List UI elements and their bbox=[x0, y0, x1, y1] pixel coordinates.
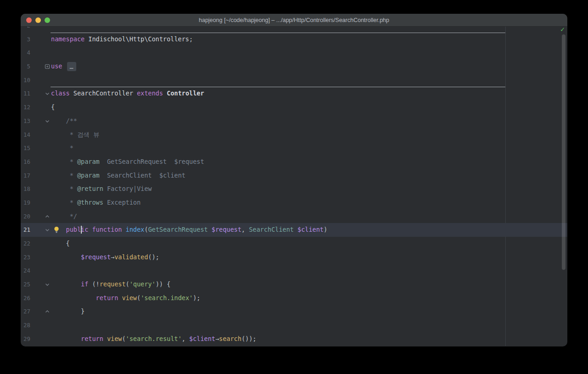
line-number[interactable]: 17 bbox=[21, 169, 30, 183]
code-line[interactable]: 25 if (!request('query')) { bbox=[21, 278, 567, 291]
code-line[interactable]: 10 bbox=[21, 73, 567, 87]
fold-start-icon[interactable] bbox=[45, 91, 50, 96]
code-text: class SearchController extends Controlle… bbox=[51, 87, 204, 100]
code-line[interactable]: 19 * @throws Exception bbox=[21, 196, 567, 210]
code-line[interactable]: 20 */ bbox=[21, 210, 567, 223]
code-line[interactable]: 29 return view('search.result', $client→… bbox=[21, 332, 567, 346]
line-number[interactable]: 16 bbox=[21, 155, 30, 169]
line-number[interactable]: 19 bbox=[21, 196, 30, 210]
code-line[interactable]: 3namespace Indischool\Http\Controllers; bbox=[21, 33, 567, 46]
zoom-window-button[interactable] bbox=[45, 17, 50, 23]
editor[interactable]: 23namespace Indischool\Http\Controllers;… bbox=[21, 27, 567, 346]
code-line[interactable]: 16 * @param GetSearchRequest $request bbox=[21, 155, 567, 169]
code-text: * @return Factory|View bbox=[51, 182, 152, 196]
code-text: /** bbox=[51, 114, 77, 128]
code-text: * 검색 뷰 bbox=[51, 128, 100, 142]
ide-window: hapjeong [~/code/hapjeong] – .../app/Htt… bbox=[21, 14, 567, 346]
fold-end-icon[interactable] bbox=[45, 309, 50, 314]
code-text: public function index(GetSearchRequest $… bbox=[51, 223, 328, 237]
code-line[interactable]: 14 * 검색 뷰 bbox=[21, 128, 567, 142]
code-line[interactable]: 26 return view('search.index'); bbox=[21, 291, 567, 305]
inspections-ok-icon: ✓ bbox=[560, 27, 565, 33]
window-controls bbox=[26, 14, 50, 27]
line-number[interactable]: 22 bbox=[21, 237, 30, 251]
code-text: } bbox=[51, 305, 85, 318]
code-line[interactable]: 2 bbox=[21, 27, 567, 33]
code-line[interactable]: 28 bbox=[21, 318, 567, 332]
code-line[interactable]: 23 $request→validated(); bbox=[21, 251, 567, 264]
minimize-window-button[interactable] bbox=[35, 17, 41, 23]
line-number[interactable]: 12 bbox=[21, 100, 30, 114]
code-text: * @throws Exception bbox=[51, 196, 141, 210]
line-number[interactable]: 18 bbox=[21, 182, 30, 196]
scrollbar-thumb[interactable] bbox=[562, 34, 565, 270]
line-number[interactable]: 13 bbox=[21, 114, 30, 128]
code-text: namespace Indischool\Http\Controllers; bbox=[51, 33, 193, 46]
code-line[interactable]: 22 { bbox=[21, 237, 567, 251]
window-title: hapjeong [~/code/hapjeong] – .../app/Htt… bbox=[21, 17, 567, 23]
code-area[interactable]: 23namespace Indischool\Http\Controllers;… bbox=[21, 27, 567, 346]
code-text: { bbox=[51, 237, 70, 251]
code-text: { bbox=[51, 100, 55, 114]
code-text: if (!request('query')) { bbox=[51, 278, 170, 291]
fold-start-icon[interactable] bbox=[45, 282, 50, 287]
code-text: use … bbox=[51, 60, 76, 73]
line-number[interactable]: 2 bbox=[21, 27, 30, 33]
code-line[interactable]: 5use … bbox=[21, 60, 567, 73]
code-text: * bbox=[51, 141, 74, 155]
line-number[interactable]: 5 bbox=[21, 60, 30, 73]
fold-start-icon[interactable] bbox=[45, 118, 50, 124]
fold-start-icon[interactable] bbox=[45, 227, 50, 233]
code-text: */ bbox=[51, 210, 77, 223]
code-text: return view('search.result', $client→sea… bbox=[51, 332, 256, 346]
line-number[interactable]: 26 bbox=[21, 291, 30, 305]
code-text: * @param SearchClient $client bbox=[51, 169, 186, 183]
code-line[interactable]: 18 * @return Factory|View bbox=[21, 182, 567, 196]
line-number[interactable]: 11 bbox=[21, 87, 30, 100]
line-number[interactable]: 15 bbox=[21, 141, 30, 155]
code-text: return view('search.index'); bbox=[51, 291, 200, 305]
code-text: * @param GetSearchRequest $request bbox=[51, 155, 204, 169]
line-number[interactable]: 28 bbox=[21, 318, 30, 332]
code-text: $request→validated(); bbox=[51, 251, 159, 264]
line-number[interactable]: 29 bbox=[21, 332, 30, 346]
line-number[interactable]: 4 bbox=[21, 46, 30, 60]
code-line[interactable]: 4 bbox=[21, 46, 567, 60]
code-line[interactable]: 17 * @param SearchClient $client bbox=[21, 169, 567, 183]
code-line[interactable]: 13 /** bbox=[21, 114, 567, 128]
line-number[interactable]: 23 bbox=[21, 251, 30, 264]
titlebar[interactable]: hapjeong [~/code/hapjeong] – .../app/Htt… bbox=[21, 14, 567, 27]
line-number[interactable]: 3 bbox=[21, 33, 30, 46]
fold-end-icon[interactable] bbox=[45, 214, 50, 219]
code-line[interactable]: 27 } bbox=[21, 305, 567, 318]
line-number[interactable]: 21 bbox=[21, 223, 30, 237]
line-number[interactable]: 10 bbox=[21, 73, 30, 87]
close-window-button[interactable] bbox=[26, 17, 32, 23]
fold-collapsed-icon[interactable] bbox=[45, 64, 50, 69]
line-number[interactable]: 14 bbox=[21, 128, 30, 142]
code-line[interactable]: 15 * bbox=[21, 141, 567, 155]
code-line[interactable]: 24 bbox=[21, 264, 567, 278]
code-line[interactable]: 11class SearchController extends Control… bbox=[21, 87, 567, 100]
code-line[interactable]: 21 public function index(GetSearchReques… bbox=[21, 223, 567, 237]
line-number[interactable]: 25 bbox=[21, 278, 30, 291]
line-number[interactable]: 27 bbox=[21, 305, 30, 318]
line-number[interactable]: 20 bbox=[21, 210, 30, 223]
code-line[interactable]: 12{ bbox=[21, 100, 567, 114]
text-caret bbox=[81, 226, 82, 234]
line-number[interactable]: 24 bbox=[21, 264, 30, 278]
folded-region-placeholder[interactable]: … bbox=[67, 62, 76, 71]
